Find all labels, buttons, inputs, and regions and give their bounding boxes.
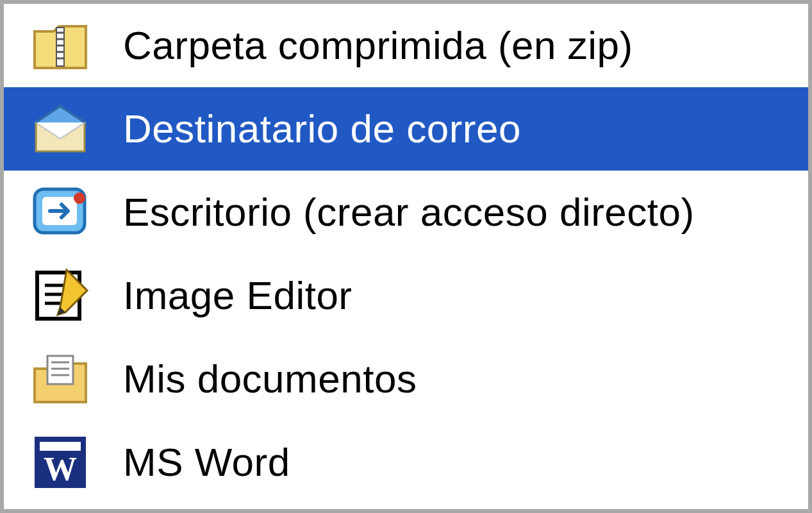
sendto-menu: Carpeta comprimida (en zip) Destinatario… <box>0 0 812 513</box>
zip-folder-icon <box>28 13 92 78</box>
svg-text:W: W <box>44 451 77 487</box>
menu-item-my-documents[interactable]: Mis documentos <box>4 337 808 421</box>
menu-item-label: MS Word <box>123 442 290 482</box>
documents-folder-icon <box>28 347 92 411</box>
menu-item-mail[interactable]: Destinatario de correo <box>4 87 808 171</box>
menu-item-desktop[interactable]: Escritorio (crear acceso directo) <box>4 171 808 254</box>
svg-rect-18 <box>40 442 81 451</box>
menu-item-ms-word[interactable]: W MS Word <box>4 421 808 504</box>
desktop-shortcut-icon <box>28 180 92 244</box>
menu-item-label: Destinatario de correo <box>123 109 521 149</box>
menu-item-label: Image Editor <box>123 276 352 315</box>
menu-item-label: Mis documentos <box>123 359 417 399</box>
svg-point-8 <box>74 192 85 204</box>
mail-envelope-icon <box>28 97 92 161</box>
svg-rect-13 <box>47 356 73 384</box>
menu-item-image-editor[interactable]: Image Editor <box>4 254 808 337</box>
menu-item-label: Escritorio (crear acceso directo) <box>123 192 695 232</box>
ms-word-icon: W <box>28 430 92 494</box>
edit-note-icon <box>28 264 92 328</box>
menu-item-zip[interactable]: Carpeta comprimida (en zip) <box>4 4 808 87</box>
menu-item-label: Carpeta comprimida (en zip) <box>123 26 633 65</box>
